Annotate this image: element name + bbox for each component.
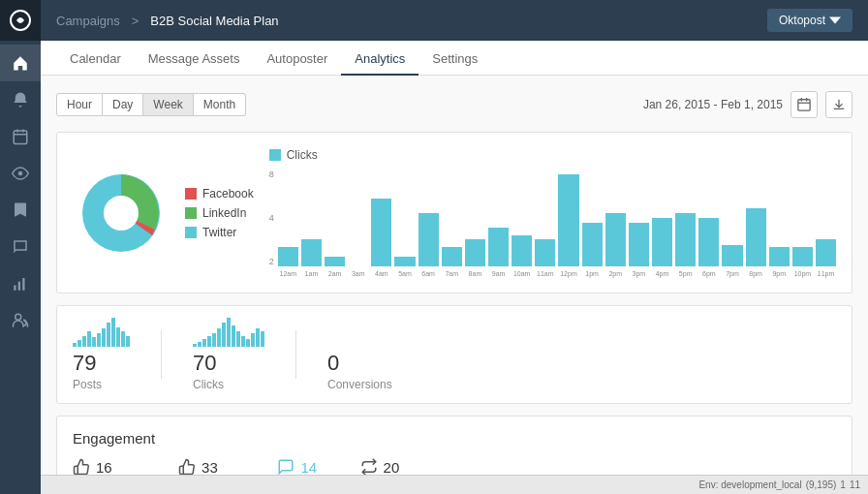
bar-x-label: 11am xyxy=(535,270,555,277)
calendar-icon xyxy=(12,128,29,145)
bar-item xyxy=(465,239,485,266)
tab-settings[interactable]: Settings xyxy=(418,44,491,76)
sidebar-item-analytics[interactable] xyxy=(0,265,41,302)
eng-fb-top: 16 xyxy=(73,458,147,475)
calendar-picker-button[interactable] xyxy=(790,91,818,118)
svg-rect-10 xyxy=(798,100,810,110)
bar-x-label: 2am xyxy=(325,270,345,277)
status-bar: Env: development_local (9,195) 1 11 xyxy=(41,475,868,494)
bar-item xyxy=(816,239,836,266)
y-axis: 8 4 2 xyxy=(269,170,274,266)
sidebar-logo[interactable] xyxy=(0,0,41,41)
bar-item xyxy=(512,235,532,266)
bar-x-label: 1pm xyxy=(582,270,603,277)
bar-x-label: 3pm xyxy=(629,270,649,277)
svg-rect-8 xyxy=(22,278,24,291)
sidebar-item-bookmark[interactable] xyxy=(0,192,41,229)
mini-bar xyxy=(212,333,216,347)
bar-x-label: 4pm xyxy=(652,270,672,277)
legend-linkedin-label: LinkedIn xyxy=(202,206,246,220)
y-label-4: 4 xyxy=(269,213,274,223)
bar-item xyxy=(652,218,672,266)
breadcrumb-campaigns[interactable]: Campaigns xyxy=(56,14,120,28)
bar-item xyxy=(301,239,322,266)
chevron-down-icon xyxy=(829,15,841,26)
tab-calendar[interactable]: Calendar xyxy=(56,44,135,76)
stat-clicks-chart xyxy=(193,318,264,347)
download-button[interactable] xyxy=(825,91,852,118)
home-icon xyxy=(12,54,29,72)
eng-comments-value: 14 xyxy=(300,459,317,476)
mini-bar xyxy=(202,339,206,347)
mini-bar xyxy=(92,337,96,347)
bar-x-label: 2pm xyxy=(605,270,626,277)
legend-facebook-label: Facebook xyxy=(202,187,254,201)
account-button[interactable]: Oktopost xyxy=(767,9,852,32)
legend-linkedin: LinkedIn xyxy=(185,206,254,220)
mini-bar xyxy=(251,333,255,347)
y-label-8: 8 xyxy=(269,170,274,179)
bar-item xyxy=(394,257,415,266)
engagement-title: Engagement xyxy=(73,430,836,447)
mini-bar xyxy=(82,336,86,347)
svg-rect-7 xyxy=(18,282,20,291)
eng-retweets-value: 20 xyxy=(384,459,400,476)
bar-x-label: 6pm xyxy=(698,270,719,277)
tab-message-assets[interactable]: Message Assets xyxy=(135,44,254,76)
bar-item xyxy=(629,223,649,266)
bar-x-label: 11pm xyxy=(816,270,836,277)
bar-x-label: 3am xyxy=(348,270,368,277)
bar-item xyxy=(278,247,298,266)
breadcrumb-current: B2B Social Media Plan xyxy=(150,14,278,28)
breadcrumb-separator: > xyxy=(132,14,140,28)
mini-bar xyxy=(121,331,125,347)
eng-comments-top[interactable]: 14 xyxy=(277,458,328,475)
legend-twitter: Twitter xyxy=(185,226,254,239)
svg-rect-6 xyxy=(14,286,16,291)
pie-chart xyxy=(73,165,170,262)
mini-bar xyxy=(241,336,245,347)
filter-month[interactable]: Month xyxy=(194,93,246,116)
sidebar-item-chat[interactable] xyxy=(0,229,41,265)
sidebar-item-eye[interactable] xyxy=(0,155,41,192)
status-num2: 11 xyxy=(850,479,860,490)
eye-icon xyxy=(12,165,29,182)
sidebar-item-calendar[interactable] xyxy=(0,118,41,155)
chart-label-dot xyxy=(269,149,281,161)
stat-posts: 79 Posts xyxy=(73,318,161,391)
date-range: Jan 26, 2015 - Feb 1, 2015 xyxy=(643,91,852,118)
comment-icon xyxy=(277,458,294,475)
bar-x-label: 12pm xyxy=(558,270,578,277)
filter-week[interactable]: Week xyxy=(143,93,193,116)
filter-day[interactable]: Day xyxy=(103,93,143,116)
bar-item xyxy=(605,213,626,266)
eng-li-top: 33 xyxy=(178,458,246,475)
charts-row: Facebook LinkedIn Twitter Clicks xyxy=(56,132,852,293)
mini-bar xyxy=(227,318,231,347)
bar-item xyxy=(442,247,462,266)
bar-x-label: 10am xyxy=(512,270,532,277)
legend-facebook-dot xyxy=(185,188,197,200)
stat-conversions-chart xyxy=(327,318,392,347)
tab-analytics[interactable]: Analytics xyxy=(341,44,418,76)
sidebar-item-notifications[interactable] xyxy=(0,81,41,118)
filter-hour[interactable]: Hour xyxy=(56,93,103,116)
stat-clicks: 70 Clicks xyxy=(193,318,295,391)
tab-autoposter[interactable]: Autoposter xyxy=(253,44,341,76)
stat-divider-1 xyxy=(161,330,162,379)
mini-bar xyxy=(87,331,91,347)
chart-label: Clicks xyxy=(269,148,836,162)
bar-x-label: 7pm xyxy=(722,270,742,277)
svg-point-5 xyxy=(18,171,23,176)
stat-posts-label: Posts xyxy=(73,378,130,391)
mini-bar xyxy=(256,328,260,347)
sidebar xyxy=(0,0,41,494)
eng-fb-likes-value: 16 xyxy=(96,459,112,476)
sidebar-item-users[interactable] xyxy=(0,302,41,339)
sidebar-item-home[interactable] xyxy=(0,45,41,81)
bar-item xyxy=(558,174,578,266)
account-label: Oktopost xyxy=(779,14,825,27)
bar-item xyxy=(488,228,509,266)
pie-chart-section: Facebook LinkedIn Twitter xyxy=(73,148,254,277)
mini-bar xyxy=(193,344,197,347)
